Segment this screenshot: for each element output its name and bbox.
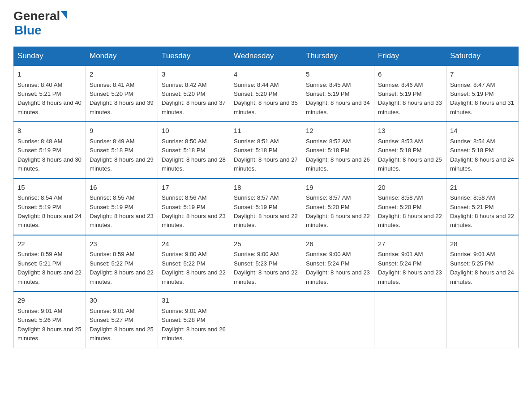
- day-number: 4: [234, 69, 298, 80]
- calendar-cell: [446, 291, 519, 348]
- calendar-cell: [302, 291, 374, 348]
- calendar-cell: 21Sunrise: 8:58 AMSunset: 5:21 PMDayligh…: [446, 179, 519, 235]
- day-number: 1: [17, 69, 82, 80]
- calendar-cell: 4Sunrise: 8:44 AMSunset: 5:20 PMDaylight…: [230, 65, 302, 122]
- day-number: 5: [306, 69, 370, 80]
- day-number: 7: [450, 69, 515, 80]
- calendar-cell: 5Sunrise: 8:45 AMSunset: 5:19 PMDaylight…: [302, 65, 374, 122]
- day-info: Sunrise: 8:58 AMSunset: 5:20 PMDaylight:…: [378, 193, 442, 230]
- calendar-week-row: 15Sunrise: 8:54 AMSunset: 5:19 PMDayligh…: [14, 179, 519, 235]
- day-number: 9: [90, 126, 154, 136]
- day-info: Sunrise: 8:55 AMSunset: 5:19 PMDaylight:…: [90, 193, 154, 230]
- weekday-header-saturday: Saturday: [446, 47, 519, 66]
- calendar-cell: 13Sunrise: 8:53 AMSunset: 5:18 PMDayligh…: [374, 122, 446, 178]
- day-info: Sunrise: 9:00 AMSunset: 5:22 PMDaylight:…: [162, 250, 226, 287]
- day-number: 31: [162, 295, 226, 306]
- page-header: General Blue: [13, 9, 519, 38]
- day-number: 30: [90, 295, 154, 306]
- day-number: 22: [17, 239, 82, 249]
- weekday-header-friday: Friday: [374, 47, 446, 66]
- day-number: 11: [234, 126, 298, 136]
- calendar-cell: 28Sunrise: 9:01 AMSunset: 5:25 PMDayligh…: [446, 235, 519, 291]
- day-info: Sunrise: 9:01 AMSunset: 5:25 PMDaylight:…: [450, 250, 515, 287]
- calendar-cell: 15Sunrise: 8:54 AMSunset: 5:19 PMDayligh…: [14, 179, 86, 235]
- day-info: Sunrise: 8:49 AMSunset: 5:18 PMDaylight:…: [90, 137, 154, 174]
- calendar-cell: 10Sunrise: 8:50 AMSunset: 5:18 PMDayligh…: [158, 122, 230, 178]
- calendar-week-row: 29Sunrise: 9:01 AMSunset: 5:26 PMDayligh…: [14, 291, 519, 348]
- day-number: 20: [378, 183, 442, 193]
- calendar-cell: 25Sunrise: 9:00 AMSunset: 5:23 PMDayligh…: [230, 235, 302, 291]
- day-number: 28: [450, 239, 515, 249]
- weekday-header-tuesday: Tuesday: [158, 47, 230, 66]
- calendar-cell: 27Sunrise: 9:01 AMSunset: 5:24 PMDayligh…: [374, 235, 446, 291]
- calendar-week-row: 8Sunrise: 8:48 AMSunset: 5:19 PMDaylight…: [14, 122, 519, 178]
- calendar-table: SundayMondayTuesdayWednesdayThursdayFrid…: [13, 47, 519, 348]
- day-info: Sunrise: 8:47 AMSunset: 5:19 PMDaylight:…: [450, 81, 515, 117]
- logo: General Blue: [13, 9, 67, 38]
- day-number: 29: [17, 295, 82, 306]
- day-number: 2: [90, 69, 154, 80]
- day-number: 27: [378, 239, 442, 249]
- weekday-header-monday: Monday: [86, 47, 158, 66]
- day-number: 23: [90, 239, 154, 249]
- day-info: Sunrise: 8:54 AMSunset: 5:18 PMDaylight:…: [450, 137, 515, 174]
- calendar-cell: 6Sunrise: 8:46 AMSunset: 5:19 PMDaylight…: [374, 65, 446, 122]
- weekday-header-wednesday: Wednesday: [230, 47, 302, 66]
- day-info: Sunrise: 9:01 AMSunset: 5:27 PMDaylight:…: [90, 307, 154, 343]
- weekday-header-row: SundayMondayTuesdayWednesdayThursdayFrid…: [14, 47, 519, 66]
- day-number: 26: [306, 239, 370, 249]
- day-info: Sunrise: 8:42 AMSunset: 5:20 PMDaylight:…: [162, 81, 226, 117]
- day-info: Sunrise: 8:52 AMSunset: 5:18 PMDaylight:…: [306, 137, 370, 174]
- calendar-cell: 17Sunrise: 8:56 AMSunset: 5:19 PMDayligh…: [158, 179, 230, 235]
- calendar-cell: 16Sunrise: 8:55 AMSunset: 5:19 PMDayligh…: [86, 179, 158, 235]
- calendar-cell: 20Sunrise: 8:58 AMSunset: 5:20 PMDayligh…: [374, 179, 446, 235]
- calendar-cell: 31Sunrise: 9:01 AMSunset: 5:28 PMDayligh…: [158, 291, 230, 348]
- logo-blue-text: Blue: [14, 23, 42, 38]
- calendar-week-row: 22Sunrise: 8:59 AMSunset: 5:21 PMDayligh…: [14, 235, 519, 291]
- calendar-cell: 1Sunrise: 8:40 AMSunset: 5:21 PMDaylight…: [14, 65, 86, 122]
- day-info: Sunrise: 8:41 AMSunset: 5:20 PMDaylight:…: [90, 81, 154, 117]
- calendar-cell: 23Sunrise: 8:59 AMSunset: 5:22 PMDayligh…: [86, 235, 158, 291]
- calendar-cell: 24Sunrise: 9:00 AMSunset: 5:22 PMDayligh…: [158, 235, 230, 291]
- calendar-cell: 12Sunrise: 8:52 AMSunset: 5:18 PMDayligh…: [302, 122, 374, 178]
- day-info: Sunrise: 8:59 AMSunset: 5:21 PMDaylight:…: [17, 250, 82, 287]
- day-number: 17: [162, 183, 226, 193]
- calendar-cell: 7Sunrise: 8:47 AMSunset: 5:19 PMDaylight…: [446, 65, 519, 122]
- calendar-cell: 2Sunrise: 8:41 AMSunset: 5:20 PMDaylight…: [86, 65, 158, 122]
- day-info: Sunrise: 8:56 AMSunset: 5:19 PMDaylight:…: [162, 193, 226, 230]
- day-info: Sunrise: 8:46 AMSunset: 5:19 PMDaylight:…: [378, 81, 442, 117]
- day-info: Sunrise: 9:01 AMSunset: 5:24 PMDaylight:…: [378, 250, 442, 287]
- day-number: 25: [234, 239, 298, 249]
- calendar-cell: 18Sunrise: 8:57 AMSunset: 5:19 PMDayligh…: [230, 179, 302, 235]
- day-number: 18: [234, 183, 298, 193]
- day-number: 10: [162, 126, 226, 136]
- calendar-cell: [374, 291, 446, 348]
- calendar-cell: 29Sunrise: 9:01 AMSunset: 5:26 PMDayligh…: [14, 291, 86, 348]
- day-number: 8: [17, 126, 82, 136]
- day-number: 21: [450, 183, 515, 193]
- day-number: 6: [378, 69, 442, 80]
- day-info: Sunrise: 8:51 AMSunset: 5:18 PMDaylight:…: [234, 137, 298, 174]
- calendar-cell: 11Sunrise: 8:51 AMSunset: 5:18 PMDayligh…: [230, 122, 302, 178]
- day-number: 16: [90, 183, 154, 193]
- day-info: Sunrise: 8:57 AMSunset: 5:20 PMDaylight:…: [306, 193, 370, 230]
- day-info: Sunrise: 8:59 AMSunset: 5:22 PMDaylight:…: [90, 250, 154, 287]
- calendar-cell: 9Sunrise: 8:49 AMSunset: 5:18 PMDaylight…: [86, 122, 158, 178]
- day-number: 13: [378, 126, 442, 136]
- day-number: 15: [17, 183, 82, 193]
- logo-arrow-icon: [61, 11, 67, 19]
- day-number: 19: [306, 183, 370, 193]
- weekday-header-sunday: Sunday: [14, 47, 86, 66]
- calendar-cell: 19Sunrise: 8:57 AMSunset: 5:20 PMDayligh…: [302, 179, 374, 235]
- day-info: Sunrise: 8:58 AMSunset: 5:21 PMDaylight:…: [450, 193, 515, 230]
- day-info: Sunrise: 8:40 AMSunset: 5:21 PMDaylight:…: [17, 81, 82, 117]
- day-info: Sunrise: 8:48 AMSunset: 5:19 PMDaylight:…: [17, 137, 82, 174]
- calendar-cell: 26Sunrise: 9:00 AMSunset: 5:24 PMDayligh…: [302, 235, 374, 291]
- day-info: Sunrise: 8:50 AMSunset: 5:18 PMDaylight:…: [162, 137, 226, 174]
- calendar-week-row: 1Sunrise: 8:40 AMSunset: 5:21 PMDaylight…: [14, 65, 519, 122]
- day-number: 24: [162, 239, 226, 249]
- logo-general-text: General: [13, 9, 60, 23]
- day-number: 12: [306, 126, 370, 136]
- weekday-header-thursday: Thursday: [302, 47, 374, 66]
- day-info: Sunrise: 9:00 AMSunset: 5:23 PMDaylight:…: [234, 250, 298, 287]
